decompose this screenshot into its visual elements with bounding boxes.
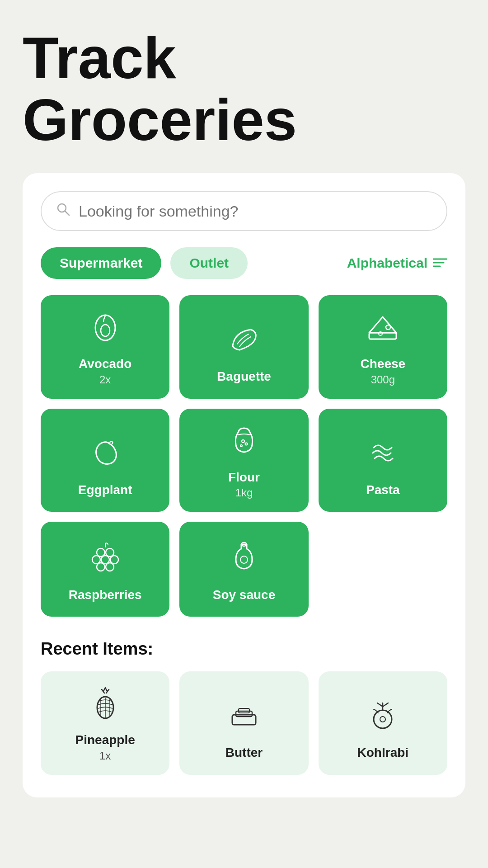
page-title: Track Groceries: [23, 27, 465, 151]
svg-point-13: [97, 548, 105, 557]
flour-name: Flour: [228, 470, 260, 485]
svg-point-8: [386, 325, 390, 330]
grid-item-raspberries[interactable]: Raspberries: [41, 522, 169, 617]
recent-items-grid: Pineapple 1x Butter: [41, 671, 447, 775]
sort-label: Alphabetical: [347, 255, 427, 271]
grid-item-soysauce[interactable]: Soy sauce: [179, 522, 308, 617]
baguette-icon: [226, 321, 262, 362]
svg-point-6: [101, 325, 110, 336]
recent-item-pineapple[interactable]: Pineapple 1x: [41, 671, 169, 775]
eggplant-name: Eggplant: [78, 482, 132, 498]
pineapple-name: Pineapple: [75, 732, 135, 748]
svg-point-16: [101, 556, 109, 564]
svg-rect-7: [369, 333, 396, 339]
pasta-name: Pasta: [366, 482, 400, 498]
soysauce-icon: [226, 539, 262, 580]
page-container: Track Groceries Supermarket Outlet Alpha…: [0, 0, 488, 825]
svg-point-27: [380, 717, 385, 722]
search-bar[interactable]: [41, 191, 447, 231]
cheese-icon: [365, 308, 401, 349]
svg-point-12: [240, 445, 242, 447]
main-card: Supermarket Outlet Alphabetical: [23, 173, 465, 797]
grid-item-flour[interactable]: Flour 1kg: [179, 409, 308, 512]
svg-point-17: [110, 556, 118, 564]
svg-point-14: [106, 548, 114, 557]
butter-name: Butter: [225, 745, 263, 760]
baguette-name: Baguette: [217, 369, 271, 384]
filter-supermarket[interactable]: Supermarket: [41, 247, 161, 279]
eggplant-icon: [87, 434, 123, 475]
svg-line-1: [65, 211, 69, 215]
svg-point-26: [374, 710, 392, 728]
svg-point-19: [106, 563, 114, 571]
svg-point-21: [240, 556, 248, 563]
cheese-qty: 300g: [371, 373, 395, 386]
soysauce-name: Soy sauce: [213, 587, 276, 603]
raspberries-icon: [87, 539, 123, 580]
svg-point-15: [92, 556, 100, 564]
flour-qty: 1kg: [235, 486, 253, 499]
butter-icon: [226, 697, 262, 738]
grid-item-avocado[interactable]: Avocado 2x: [41, 295, 169, 399]
svg-point-18: [97, 563, 105, 571]
kohlrabi-icon: [365, 697, 401, 738]
recent-item-kohlrabi[interactable]: Kohlrabi: [319, 671, 447, 775]
sort-icon: [433, 255, 447, 271]
search-icon: [56, 202, 70, 220]
svg-point-11: [245, 443, 247, 445]
avocado-qty: 2x: [99, 373, 111, 386]
cheese-name: Cheese: [361, 356, 406, 372]
grid-item-cheese[interactable]: Cheese 300g: [319, 295, 447, 399]
pineapple-qty: 1x: [99, 750, 111, 762]
search-input[interactable]: [79, 203, 432, 220]
grid-item-baguette[interactable]: Baguette: [179, 295, 308, 399]
sort-button[interactable]: Alphabetical: [347, 255, 447, 271]
grid-item-pasta[interactable]: Pasta: [319, 409, 447, 512]
items-grid: Avocado 2x Baguette: [41, 295, 447, 617]
recent-item-butter[interactable]: Butter: [179, 671, 308, 775]
grid-item-eggplant[interactable]: Eggplant: [41, 409, 169, 512]
flour-icon: [226, 421, 262, 462]
pineapple-icon: [87, 684, 123, 725]
raspberries-name: Raspberries: [69, 587, 142, 603]
recent-section-title: Recent Items:: [41, 639, 447, 659]
svg-point-10: [242, 440, 244, 443]
pasta-icon: [365, 434, 401, 475]
kohlrabi-name: Kohlrabi: [357, 745, 409, 760]
avocado-icon: [87, 308, 123, 349]
filter-outlet[interactable]: Outlet: [170, 247, 248, 279]
filter-row: Supermarket Outlet Alphabetical: [41, 247, 447, 279]
avocado-name: Avocado: [79, 356, 131, 372]
